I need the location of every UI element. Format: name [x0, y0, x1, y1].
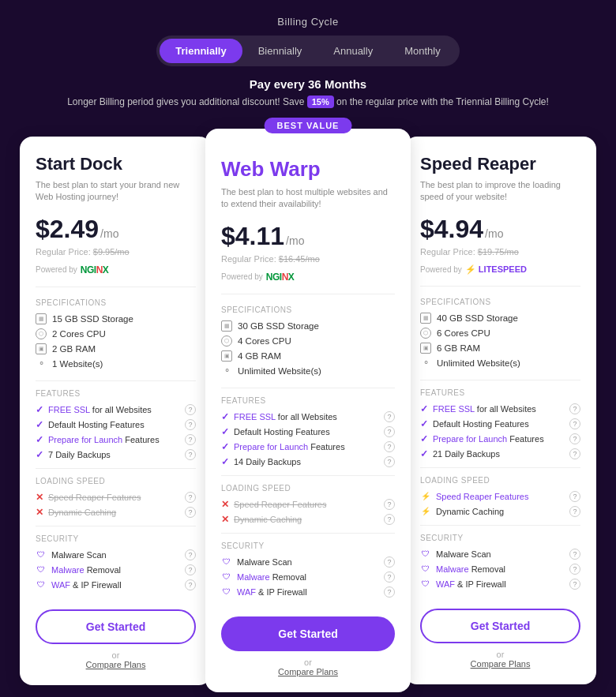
get-started-button-start-dock[interactable]: Get Started [36, 609, 196, 644]
speed-icon: ⚡ [420, 491, 431, 502]
card-web-warp: BEST VALUE Web Warp The best plan to hos… [205, 129, 411, 692]
feature-item: ✕ Speed Reaper Features ? [221, 499, 395, 510]
price-amount-speed-reaper: $4.94 [420, 215, 483, 244]
get-started-button-speed-reaper[interactable]: Get Started [420, 609, 580, 643]
check-icon: ✓ [420, 418, 428, 429]
info-icon[interactable]: ? [384, 426, 395, 437]
card-start-dock: Start Dock The best plan to start your b… [20, 137, 212, 685]
info-icon[interactable]: ? [384, 586, 395, 598]
loading-list-web-warp: ✕ Speed Reaper Features ? ✕ Dynamic Cach… [221, 499, 395, 525]
compare-row-speed-reaper: orCompare Plans [420, 650, 580, 669]
header: Billing Cycle Triennially Biennially Ann… [0, 0, 616, 121]
info-icon[interactable]: ? [185, 419, 196, 430]
billing-cycle-label: Billing Cycle [16, 16, 600, 28]
price-amount-web-warp: $4.11 [221, 222, 284, 251]
info-icon[interactable]: ? [569, 579, 580, 590]
price-row-start-dock: $2.49 /mo [36, 215, 196, 244]
powered-by-speed-reaper: Powered by ⚡ LITESPEED [420, 264, 580, 287]
compare-row-web-warp: orCompare Plans [221, 658, 395, 676]
spec-list-speed-reaper: ▦ 40 GB SSD Storage ⬡ 6 Cores CPU ▣ 6 GB… [420, 313, 580, 369]
divider [36, 526, 196, 526]
get-started-button-web-warp[interactable]: Get Started [221, 616, 395, 651]
card-speed-reaper: Speed Reaper The best plan to improve th… [404, 137, 596, 684]
info-icon[interactable]: ? [384, 571, 395, 583]
info-icon[interactable]: ? [384, 411, 395, 422]
toggle-monthly[interactable]: Monthly [389, 39, 456, 63]
feature-item: ✕ Speed Reaper Features ? [36, 492, 196, 503]
specs-label-web-warp: Specifications [221, 305, 395, 314]
feature-item: ✕ Dynamic Caching ? [36, 507, 196, 518]
spec-item: ⚬ Unlimited Website(s) [420, 358, 580, 369]
info-icon[interactable]: ? [384, 514, 395, 525]
cards-container: Start Dock The best plan to start your b… [0, 121, 616, 697]
compare-plans-link-start-dock[interactable]: Compare Plans [86, 660, 146, 669]
info-icon[interactable]: ? [185, 449, 196, 460]
spec-item: ▣ 2 GB RAM [36, 343, 196, 354]
info-icon[interactable]: ? [569, 564, 580, 575]
spec-item: ▦ 40 GB SSD Storage [420, 313, 580, 324]
feature-item: ✓ 7 Daily Backups ? [36, 449, 196, 460]
info-icon[interactable]: ? [569, 491, 580, 502]
toggle-biennially[interactable]: Biennially [242, 39, 318, 63]
cpu-icon: ⬡ [36, 328, 47, 339]
info-icon[interactable]: ? [384, 499, 395, 510]
info-icon[interactable]: ? [185, 579, 196, 590]
discount-prefix: Longer Billing period gives you addition… [67, 96, 307, 107]
security-list-start-dock: 🛡 Malware Scan ? 🛡 Malware Removal ? 🛡 [36, 549, 196, 590]
info-icon[interactable]: ? [185, 434, 196, 445]
info-icon[interactable]: ? [569, 418, 580, 429]
spec-list-web-warp: ▦ 30 GB SSD Storage ⬡ 4 Cores CPU ▣ 4 GB… [221, 320, 395, 377]
check-icon: ✓ [420, 448, 428, 459]
info-icon[interactable]: ? [384, 441, 395, 452]
compare-plans-link-web-warp[interactable]: Compare Plans [278, 667, 338, 676]
divider [36, 468, 196, 469]
feature-item: 🛡 Malware Scan ? [420, 549, 580, 560]
waf-icon: 🛡 [420, 579, 431, 590]
spec-list-start-dock: ▦ 15 GB SSD Storage ⬡ 2 Cores CPU ▣ 2 GB… [36, 313, 196, 369]
info-icon[interactable]: ? [185, 507, 196, 518]
sites-icon: ⚬ [221, 365, 232, 377]
spec-item: ▦ 30 GB SSD Storage [221, 320, 395, 332]
info-icon[interactable]: ? [384, 456, 395, 467]
regular-price-web-warp: Regular Price: $16.45/mo [221, 254, 395, 264]
spec-item: ⬡ 4 Cores CPU [221, 335, 395, 347]
plan-name-web-warp: Web Warp [221, 157, 395, 182]
toggle-triennially[interactable]: Triennially [160, 39, 242, 63]
x-icon: ✕ [221, 499, 229, 510]
info-icon[interactable]: ? [185, 564, 196, 575]
info-icon[interactable]: ? [185, 404, 196, 415]
check-icon: ✓ [36, 434, 43, 445]
cpu-icon: ⬡ [420, 328, 431, 339]
compare-plans-link-speed-reaper[interactable]: Compare Plans [471, 659, 531, 669]
shield-icon: 🛡 [420, 549, 431, 560]
divider [221, 388, 395, 388]
feature-list-web-warp: ✓ FREE SSL for all Websites ? ✓ Default … [221, 411, 395, 467]
info-icon[interactable]: ? [569, 549, 580, 560]
shield-icon: 🛡 [36, 549, 47, 560]
pay-info: Pay every 36 Months [16, 77, 600, 91]
feature-item: ✓ FREE SSL for all Websites ? [221, 411, 395, 422]
toggle-annually[interactable]: Annually [317, 39, 389, 63]
ram-icon: ▣ [221, 350, 232, 362]
info-icon[interactable]: ? [185, 549, 196, 560]
price-period-speed-reaper: /mo [485, 227, 503, 240]
info-icon[interactable]: ? [569, 506, 580, 517]
feature-item: ✓ Prepare for Launch Features ? [420, 433, 580, 444]
info-icon[interactable]: ? [569, 403, 580, 414]
plan-desc-start-dock: The best plan to start your brand new We… [36, 179, 196, 204]
waf-icon: 🛡 [221, 586, 232, 598]
check-icon: ✓ [221, 456, 229, 467]
info-icon[interactable]: ? [569, 448, 580, 459]
spec-item: ⚬ 1 Website(s) [36, 358, 196, 369]
info-icon[interactable]: ? [384, 556, 395, 568]
feature-item: ✓ FREE SSL for all Websites ? [36, 404, 196, 415]
feature-item: ⚡ Dynamic Caching ? [420, 506, 580, 517]
waf-icon: 🛡 [36, 579, 47, 590]
security-list-speed-reaper: 🛡 Malware Scan ? 🛡 Malware Removal ? 🛡 [420, 549, 580, 590]
info-icon[interactable]: ? [569, 433, 580, 444]
x-icon: ✕ [36, 507, 43, 518]
divider [420, 467, 580, 468]
storage-icon: ▦ [36, 313, 47, 324]
info-icon[interactable]: ? [185, 492, 196, 503]
spec-item: ▣ 4 GB RAM [221, 350, 395, 362]
